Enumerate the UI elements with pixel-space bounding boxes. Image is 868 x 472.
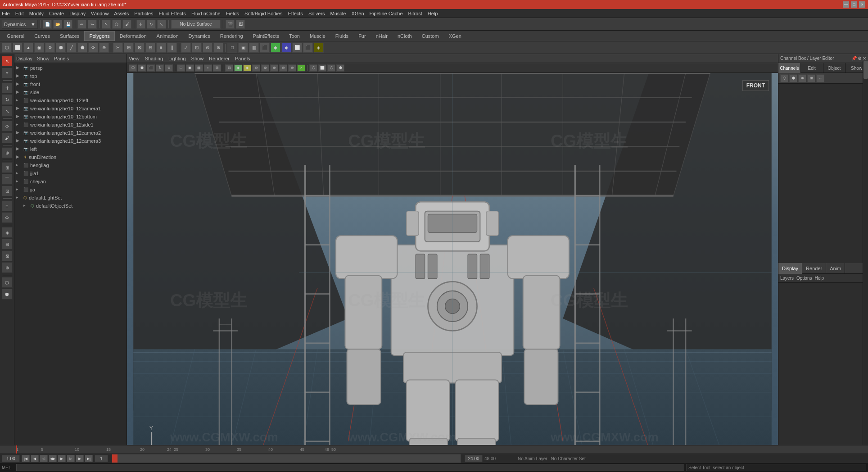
start-frame-input[interactable]: 1.00 [2,455,20,462]
poly-tool-29[interactable]: ◈ [314,43,324,53]
menu-assets[interactable]: Assets [114,11,129,16]
tab-curves[interactable]: Curves [29,31,55,41]
vp-btn-18[interactable]: ⊗ [288,64,296,72]
outliner-item-bottom[interactable]: ▶ 📷 weixianlulangzhe10_12bottom [14,113,127,121]
help-menu[interactable]: Help [814,276,824,281]
tool6[interactable]: ⬢ [2,289,13,300]
command-input[interactable] [16,464,684,471]
rp-icon-4[interactable]: ⊞ [807,74,815,82]
poly-tool-24[interactable]: ⬛ [260,43,270,53]
ipr-button[interactable]: 🖼 [236,20,245,29]
tool5[interactable]: ⬡ [2,277,13,288]
settings-icon[interactable]: ⚙ [858,56,862,61]
viewport[interactable]: View Shading Lighting Show Renderer Pane… [127,54,778,472]
poly-tool-8[interactable]: ⬟ [77,43,87,53]
tab-rendering[interactable]: Rendering [215,31,248,41]
tab-polygons[interactable]: Polygons [84,31,114,41]
lasso-button[interactable]: ⬡ [112,20,121,29]
vp-btn-3[interactable]: ⬛ [147,64,155,72]
tool4[interactable]: ⊛ [2,262,13,273]
outliner-item-sundirection[interactable]: ▶ ☀ sunDirection [14,153,127,161]
rp-icon-5[interactable]: ↔ [816,74,824,82]
goto-start-button[interactable]: |◀ [22,455,30,462]
poly-tool-17[interactable]: ⤢ [181,43,191,53]
rotate-button[interactable]: ↻ [147,20,156,29]
layers-menu[interactable]: Layers [780,276,794,281]
menu-xgen[interactable]: XGen [351,11,364,16]
end-frame-input[interactable]: 24.00 [465,455,483,462]
poly-tool-27[interactable]: ⬜ [292,43,302,53]
tab-painteffects[interactable]: PaintEffects [248,31,285,41]
menu-fields[interactable]: Fields [226,11,239,16]
poly-tool-14[interactable]: ⊟ [145,43,155,53]
tab-surfaces[interactable]: Surfaces [55,31,84,41]
poly-tool-12[interactable]: ⊞ [124,43,134,53]
vp-btn-17[interactable]: ⊘ [279,64,287,72]
outliner-scrollbar[interactable] [863,61,868,463]
play-back-button[interactable]: ◀▶ [49,455,57,462]
menu-window[interactable]: Window [91,11,108,16]
next-frame-button[interactable]: ▶ [76,455,84,462]
paint-select-button[interactable]: ⌖ [2,68,13,78]
options-menu[interactable]: Options [796,276,812,281]
snap-grid-button[interactable]: ⊞ [2,162,13,173]
outliner-menu-show[interactable]: Show [37,56,50,61]
outliner-item-jjia1[interactable]: ▸ ⬛ jjia1 [14,169,127,177]
vp-menu-view[interactable]: View [129,56,140,61]
animation-thumb[interactable] [112,454,118,463]
outliner-scroll-thumb[interactable] [863,61,868,79]
snap-curve-button[interactable]: ⌒ [2,174,13,185]
vp-btn-20[interactable]: ⬡ [309,64,317,72]
viewport-canvas[interactable]: X Y Z CG模型生 CG模型生 CG模型生 CG模型生 CG模型生 CG模型… [127,73,778,472]
poly-tool-15[interactable]: ≡ [156,43,166,53]
new-scene-button[interactable]: 📄 [43,20,52,29]
vp-btn-16[interactable]: ⊛ [270,64,278,72]
tab-display[interactable]: Display [778,263,802,274]
tool3[interactable]: ⊠ [2,250,13,261]
vp-btn-2[interactable]: ⬢ [138,64,146,72]
menu-softrigid[interactable]: Soft/Rigid Bodies [244,11,282,16]
vp-btn-7[interactable]: ▣ [186,64,194,72]
menu-fluid-ncache[interactable]: Fluid nCache [191,11,221,16]
tab-toon[interactable]: Toon [284,31,305,41]
tab-render[interactable]: Render [802,263,826,274]
outliner-item-front[interactable]: ▶ 📷 front [14,80,127,88]
tab-general[interactable]: General [2,31,29,41]
vp-btn-12[interactable]: ◆ [234,64,242,72]
show-manip-button[interactable]: ⊕ [2,147,13,158]
menu-solvers[interactable]: Solvers [308,11,325,16]
menu-effects[interactable]: Effects [288,11,303,16]
soft-mod-button[interactable]: ⟳ [2,121,13,132]
poly-tool-26[interactable]: ◆ [281,43,291,53]
poly-tool-21[interactable]: □ [227,43,237,53]
menu-bifrost[interactable]: Bifrost [408,11,422,16]
tab-animation[interactable]: Animation [152,31,184,41]
outliner-item-persp[interactable]: ▶ 📷 persp [14,64,127,72]
outliner-item-left[interactable]: ▶ 📷 left [14,145,127,153]
tab-anim[interactable]: Anim [826,263,845,274]
save-scene-button[interactable]: 💾 [63,20,72,29]
vp-menu-lighting[interactable]: Lighting [168,56,186,61]
outliner-menu-display[interactable]: Display [16,56,32,61]
no-live-surface-button[interactable]: No Live Surface [171,20,221,29]
animation-range-bar[interactable] [112,454,461,463]
select-button[interactable]: ↖ [102,20,111,29]
outliner-item-side1[interactable]: ▸ ⬛ weixianlulangzhe10_12side1 [14,121,127,129]
vp-menu-renderer[interactable]: Renderer [209,56,230,61]
poly-tool-7[interactable]: ╱ [67,43,77,53]
vp-btn-13[interactable]: ◆ [243,64,251,72]
poly-tool-28[interactable]: ⬛ [303,43,313,53]
timeline-ruler[interactable]: 1 5 10 15 20 24 25 30 35 40 45 48 50 [0,445,868,454]
tab-deformation[interactable]: Deformation [115,31,152,41]
menu-display[interactable]: Display [69,11,86,16]
poly-tool-19[interactable]: ⊘ [203,43,212,53]
close-icon[interactable]: ✕ [863,56,866,61]
pin-icon[interactable]: 📌 [851,56,857,61]
menu-particles[interactable]: Particles [134,11,153,16]
goto-end-button[interactable]: ▶| [85,455,93,462]
render-button[interactable]: 🎬 [226,20,235,29]
menu-help[interactable]: Help [428,11,438,16]
poly-tool-5[interactable]: ⚙ [45,43,55,53]
rotate-tool-button[interactable]: ↻ [2,94,13,105]
vp-menu-shading[interactable]: Shading [145,56,163,61]
